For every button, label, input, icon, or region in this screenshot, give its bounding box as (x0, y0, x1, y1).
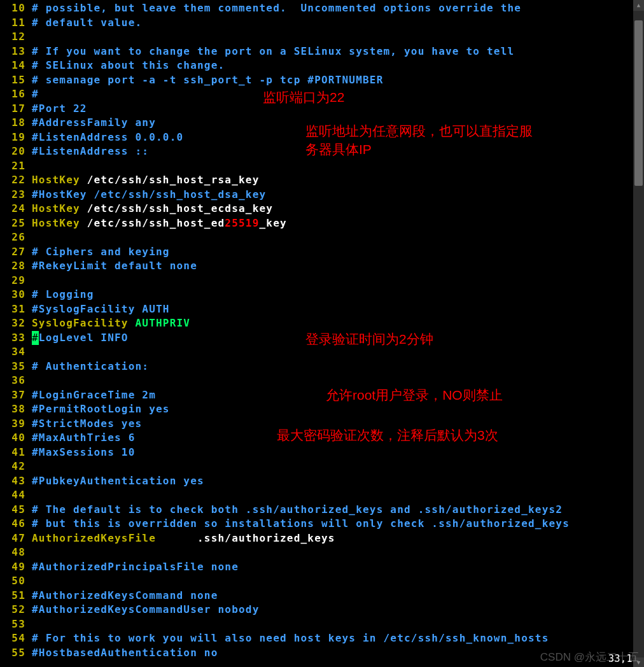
line-number: 45 (0, 503, 32, 517)
code-line[interactable]: 27# Ciphers and keying (0, 245, 644, 260)
code-line[interactable]: 28#RekeyLimit default none (0, 259, 644, 274)
code-token: # SELinux about this change. (32, 59, 225, 73)
code-line[interactable]: 26 (0, 230, 644, 245)
code-line[interactable]: 45# The default is to check both .ssh/au… (0, 503, 644, 517)
code-line[interactable]: 14# SELinux about this change. (0, 59, 644, 73)
line-number: 20 (0, 144, 32, 159)
line-number: 52 (0, 603, 32, 617)
code-line[interactable]: 50 (0, 574, 644, 589)
code-line[interactable]: 31#SyslogFacility AUTH (0, 302, 644, 317)
code-token: # The default is to check both .ssh/auth… (32, 503, 563, 517)
line-number: 40 (0, 431, 32, 446)
line-number: 23 (0, 188, 32, 202)
code-line[interactable]: 13# If you want to change the port on a … (0, 45, 644, 59)
code-token: # Logging (32, 288, 94, 302)
code-line[interactable]: 54# For this to work you will also need … (0, 631, 644, 646)
code-line[interactable]: 22HostKey /etc/ssh/ssh_host_rsa_key (0, 173, 644, 188)
code-token: # default value. (32, 16, 142, 31)
code-line[interactable]: 12 (0, 30, 644, 45)
line-number: 19 (0, 130, 32, 145)
line-number: 30 (0, 288, 32, 302)
code-line[interactable]: 29 (0, 274, 644, 288)
code-line[interactable]: 23#HostKey /etc/ssh/ssh_host_dsa_key (0, 188, 644, 202)
code-token: /etc/ssh/ssh_host_ed (80, 216, 225, 231)
line-number: 28 (0, 259, 32, 274)
code-token: AuthorizedKeysFile (32, 531, 156, 546)
line-number: 27 (0, 245, 32, 260)
code-line[interactable]: 48 (0, 545, 644, 560)
code-token (129, 316, 136, 331)
annotation-label: 监听地址为任意网段，也可以直指定服 (305, 124, 533, 139)
code-token: #AddressFamily any (32, 116, 156, 130)
code-line[interactable]: 34 (0, 345, 644, 360)
code-token: # possible, but leave them commented. Un… (32, 1, 521, 16)
code-line[interactable]: 46# but this is overridden so installati… (0, 517, 644, 531)
code-token: #ListenAddress :: (32, 144, 149, 159)
code-line[interactable]: 24HostKey /etc/ssh/ssh_host_ecdsa_key (0, 202, 644, 216)
code-token: # Ciphers and keying (32, 245, 170, 260)
line-number: 15 (0, 73, 32, 88)
code-token: 25519 (225, 216, 259, 231)
code-token: #HostbasedAuthentication no (32, 646, 218, 661)
code-line[interactable]: 38#PermitRootLogin yes (0, 402, 644, 417)
line-number: 21 (0, 159, 32, 174)
code-line[interactable]: 30# Logging (0, 288, 644, 302)
line-number: 39 (0, 417, 32, 432)
annotation-label: 监听端口为22 (263, 90, 344, 105)
code-line[interactable]: 44 (0, 488, 644, 503)
code-token: #Port 22 (32, 102, 87, 116)
code-line[interactable]: 53 (0, 617, 644, 632)
terminal-editor[interactable]: 10# possible, but leave them commented. … (0, 0, 644, 667)
code-line[interactable]: 47AuthorizedKeysFile .ssh/authorized_key… (0, 531, 644, 546)
line-number: 48 (0, 545, 32, 560)
code-line[interactable]: 43#PubkeyAuthentication yes (0, 474, 644, 489)
line-number: 43 (0, 474, 32, 489)
code-line[interactable]: 52#AuthorizedKeysCommandUser nobody (0, 603, 644, 617)
code-token: #PubkeyAuthentication yes (32, 474, 204, 489)
code-token: LogLevel INFO (39, 331, 129, 346)
code-line[interactable]: 42 (0, 460, 644, 474)
code-line[interactable]: 41#MaxSessions 10 (0, 446, 644, 460)
code-token: # Authentication: (32, 360, 149, 374)
line-number: 51 (0, 589, 32, 603)
code-line[interactable]: 49#AuthorizedPrincipalsFile none (0, 560, 644, 575)
code-token: #PermitRootLogin yes (32, 402, 170, 417)
code-line[interactable]: 37#LoginGraceTime 2m (0, 388, 644, 403)
line-number: 44 (0, 488, 32, 503)
scroll-thumb[interactable] (634, 20, 643, 186)
code-line[interactable]: 25HostKey /etc/ssh/ssh_host_ed25519_key (0, 216, 644, 231)
code-line[interactable]: 36 (0, 374, 644, 388)
code-line[interactable]: 15# semanage port -a -t ssh_port_t -p tc… (0, 73, 644, 88)
line-number: 14 (0, 59, 32, 73)
line-number: 13 (0, 45, 32, 59)
code-token: #AuthorizedKeysCommand none (32, 589, 218, 603)
scroll-up-button[interactable]: ▲ (633, 0, 644, 11)
line-number: 53 (0, 617, 32, 632)
code-token: SyslogFacility (32, 316, 129, 331)
line-number: 35 (0, 360, 32, 374)
code-token: #ListenAddress 0.0.0.0 (32, 130, 183, 145)
line-number: 33 (0, 331, 32, 346)
line-number: 26 (0, 230, 32, 245)
code-line[interactable]: 21 (0, 159, 644, 174)
code-token: # (32, 331, 39, 346)
line-number: 50 (0, 574, 32, 589)
code-line[interactable]: 51#AuthorizedKeysCommand none (0, 589, 644, 603)
code-line[interactable]: 35# Authentication: (0, 360, 644, 374)
code-token: # but this is overridden so installation… (32, 517, 570, 531)
code-line[interactable]: 10# possible, but leave them commented. … (0, 1, 644, 16)
line-number: 16 (0, 87, 32, 102)
code-token: HostKey (32, 202, 80, 216)
line-number: 10 (0, 1, 32, 16)
code-line[interactable]: 32SyslogFacility AUTHPRIV (0, 316, 644, 331)
vertical-scrollbar[interactable]: ▲ ▼ (633, 0, 644, 667)
code-token: #LoginGraceTime 2m (32, 388, 156, 403)
code-token: AUTHPRIV (136, 316, 191, 331)
line-number: 42 (0, 460, 32, 474)
line-number: 37 (0, 388, 32, 403)
code-token: #AuthorizedKeysCommandUser nobody (32, 603, 259, 617)
code-token: #StrictModes yes (32, 417, 142, 432)
code-token: # semanage port -a -t ssh_port_t -p tcp … (32, 73, 383, 88)
code-token: #MaxSessions 10 (32, 446, 136, 460)
code-line[interactable]: 11# default value. (0, 16, 644, 31)
